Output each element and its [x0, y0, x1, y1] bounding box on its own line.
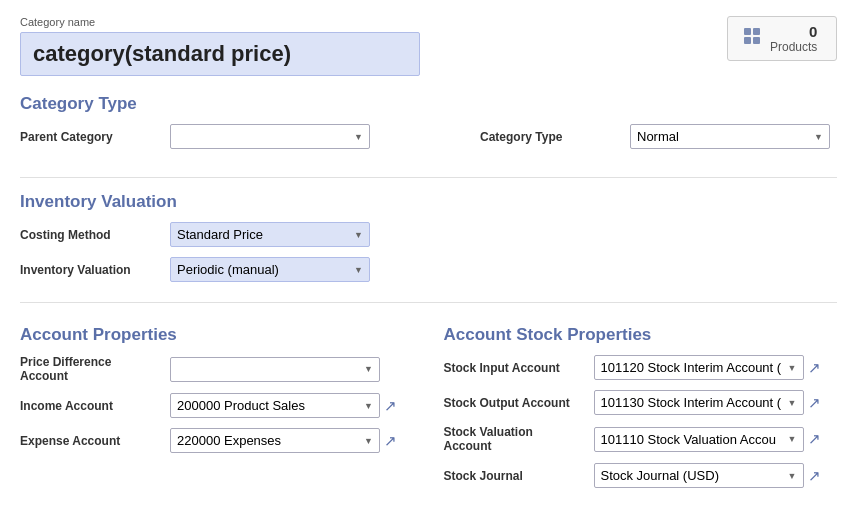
section-heading-account: Account Properties — [20, 325, 414, 345]
category-name-value: category(standard price) — [20, 32, 420, 76]
stock-input-select-wrapper[interactable]: 101120 Stock Interim Account ( — [594, 355, 804, 380]
account-stock-col: Account Stock Properties Stock Input Acc… — [444, 317, 838, 498]
section-heading-category-type: Category Type — [20, 94, 837, 114]
parent-category-select[interactable] — [170, 124, 370, 149]
section-heading-inventory: Inventory Valuation — [20, 192, 837, 212]
grid-icon — [742, 26, 762, 51]
stock-valuation-label: Stock Valuation Account — [444, 425, 584, 453]
stock-journal-select[interactable]: Stock Journal (USD) — [594, 463, 804, 488]
income-account-select[interactable]: 200000 Product Sales — [170, 393, 380, 418]
parent-category-select-wrapper[interactable] — [170, 124, 370, 149]
price-diff-account-select[interactable] — [170, 357, 380, 382]
stock-valuation-ext-link-icon[interactable]: ↗ — [808, 430, 821, 448]
price-diff-account-row: Price Difference Account — [20, 355, 414, 383]
parent-category-row: Parent Category — [20, 124, 440, 149]
svg-rect-1 — [753, 28, 760, 35]
account-cols: Account Properties Price Difference Acco… — [20, 317, 837, 498]
stock-output-select[interactable]: 101130 Stock Interim Account ( — [594, 390, 804, 415]
income-account-ext-link-icon[interactable]: ↗ — [384, 397, 397, 415]
account-properties-col: Account Properties Price Difference Acco… — [20, 317, 414, 498]
svg-rect-3 — [753, 37, 760, 44]
income-account-select-wrapper[interactable]: 200000 Product Sales — [170, 393, 380, 418]
category-type-right-col: Category Type Normal — [480, 124, 837, 159]
products-count: 0 — [809, 23, 817, 40]
stock-output-ext-link-icon[interactable]: ↗ — [808, 394, 821, 412]
products-label: Products — [770, 40, 817, 54]
category-type-select-wrapper[interactable]: Normal — [630, 124, 830, 149]
category-name-label: Category name — [20, 16, 420, 28]
expense-account-wrapper: 220000 Expenses ↗ — [170, 428, 397, 453]
category-type-select[interactable]: Normal — [630, 124, 830, 149]
top-section: Category name category(standard price) 0… — [20, 16, 837, 76]
expense-account-row: Expense Account 220000 Expenses ↗ — [20, 428, 414, 453]
category-type-label: Category Type — [480, 130, 620, 144]
category-type-left-col: Parent Category — [20, 124, 440, 159]
income-account-row: Income Account 200000 Product Sales ↗ — [20, 393, 414, 418]
stock-valuation-wrapper: 101110 Stock Valuation Accou ↗ — [594, 427, 821, 452]
stock-input-ext-link-icon[interactable]: ↗ — [808, 359, 821, 377]
income-account-wrapper: 200000 Product Sales ↗ — [170, 393, 397, 418]
stock-valuation-select[interactable]: 101110 Stock Valuation Accou — [594, 427, 804, 452]
svg-rect-0 — [744, 28, 751, 35]
stock-journal-wrapper: Stock Journal (USD) ↗ — [594, 463, 821, 488]
divider-2 — [20, 302, 837, 303]
category-type-section: Category Type Parent Category Category T… — [20, 94, 837, 159]
divider-1 — [20, 177, 837, 178]
expense-account-ext-link-icon[interactable]: ↗ — [384, 432, 397, 450]
stock-input-wrapper: 101120 Stock Interim Account ( ↗ — [594, 355, 821, 380]
expense-account-label: Expense Account — [20, 434, 160, 448]
inventory-valuation-select-wrapper[interactable]: Periodic (manual) — [170, 257, 370, 282]
products-button[interactable]: 0 Products — [727, 16, 837, 61]
stock-input-select[interactable]: 101120 Stock Interim Account ( — [594, 355, 804, 380]
parent-category-label: Parent Category — [20, 130, 160, 144]
section-heading-account-stock: Account Stock Properties — [444, 325, 838, 345]
expense-account-select-wrapper[interactable]: 220000 Expenses — [170, 428, 380, 453]
stock-input-row: Stock Input Account 101120 Stock Interim… — [444, 355, 838, 380]
costing-method-select-wrapper[interactable]: Standard Price — [170, 222, 370, 247]
expense-account-select[interactable]: 220000 Expenses — [170, 428, 380, 453]
stock-valuation-row: Stock Valuation Account 101110 Stock Val… — [444, 425, 838, 453]
price-diff-account-label: Price Difference Account — [20, 355, 160, 383]
svg-rect-2 — [744, 37, 751, 44]
price-diff-select-wrapper[interactable] — [170, 357, 380, 382]
category-type-row: Parent Category Category Type Normal — [20, 124, 837, 159]
inventory-valuation-row: Inventory Valuation Periodic (manual) — [20, 257, 837, 282]
costing-method-row: Costing Method Standard Price — [20, 222, 837, 247]
stock-output-row: Stock Output Account 101130 Stock Interi… — [444, 390, 838, 415]
inventory-section: Inventory Valuation Costing Method Stand… — [20, 192, 837, 282]
inventory-valuation-select[interactable]: Periodic (manual) — [170, 257, 370, 282]
costing-method-label: Costing Method — [20, 228, 160, 242]
stock-output-wrapper: 101130 Stock Interim Account ( ↗ — [594, 390, 821, 415]
stock-valuation-select-wrapper[interactable]: 101110 Stock Valuation Accou — [594, 427, 804, 452]
products-btn-text: 0 Products — [770, 23, 817, 54]
category-name-block: Category name category(standard price) — [20, 16, 420, 76]
stock-output-label: Stock Output Account — [444, 396, 584, 410]
category-type-field-row: Category Type Normal — [480, 124, 837, 149]
inventory-valuation-label: Inventory Valuation — [20, 263, 160, 277]
stock-journal-label: Stock Journal — [444, 469, 584, 483]
income-account-label: Income Account — [20, 399, 160, 413]
stock-journal-select-wrapper[interactable]: Stock Journal (USD) — [594, 463, 804, 488]
costing-method-select[interactable]: Standard Price — [170, 222, 370, 247]
stock-output-select-wrapper[interactable]: 101130 Stock Interim Account ( — [594, 390, 804, 415]
stock-journal-row: Stock Journal Stock Journal (USD) ↗ — [444, 463, 838, 488]
stock-journal-ext-link-icon[interactable]: ↗ — [808, 467, 821, 485]
stock-input-label: Stock Input Account — [444, 361, 584, 375]
